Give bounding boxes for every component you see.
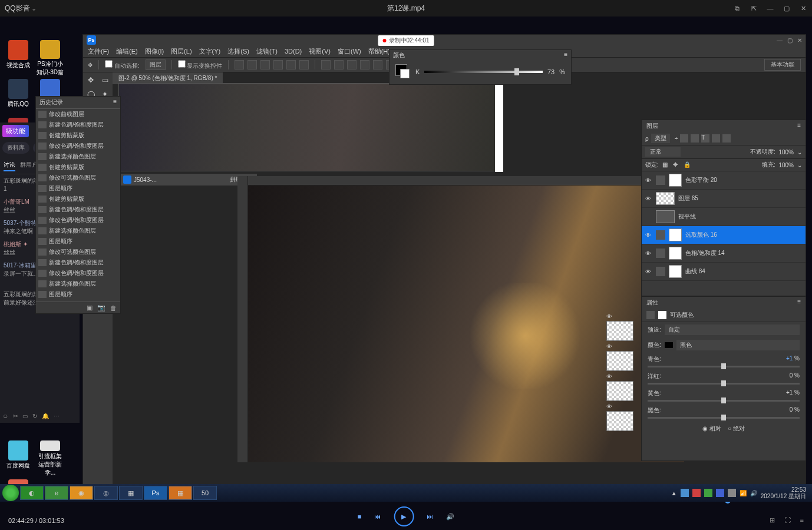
subtitle-button[interactable]: ⊞ bbox=[770, 516, 775, 524]
panel-menu-icon[interactable]: ≡ bbox=[564, 51, 567, 59]
desktop-icon[interactable]: PS冷门小知识-3D篇 bbox=[35, 40, 65, 77]
color-value[interactable]: 73 bbox=[547, 68, 554, 75]
history-item[interactable]: 修改色调/饱和度图层 bbox=[36, 141, 120, 151]
desktop-icon[interactable]: 百度网盘 bbox=[4, 440, 33, 477]
history-item[interactable]: 图层顺序 bbox=[36, 236, 120, 247]
preset-dropdown[interactable]: 自定 bbox=[665, 324, 800, 335]
next-button[interactable]: ⏭ bbox=[427, 513, 433, 520]
lock-position-icon[interactable]: ✥ bbox=[673, 161, 680, 168]
filter-smart-icon[interactable] bbox=[722, 134, 731, 143]
visibility-icon[interactable]: 👁 bbox=[645, 232, 652, 238]
volume-button[interactable]: 🔊 bbox=[446, 513, 454, 521]
taskbar-clock[interactable]: 22:53 2020/1/12 星期日 bbox=[761, 486, 806, 499]
history-item[interactable]: 修改可选颜色图层 bbox=[36, 247, 120, 257]
panel-menu-icon[interactable]: ≡ bbox=[797, 299, 801, 305]
absolute-radio[interactable]: ○ 绝对 bbox=[728, 425, 745, 432]
cut-icon[interactable]: ✂ bbox=[13, 413, 18, 419]
ps-minimize-icon[interactable]: — bbox=[777, 37, 783, 44]
history-item[interactable]: 修改色调/饱和度图层 bbox=[36, 215, 120, 226]
pip-icon[interactable]: ⧉ bbox=[733, 4, 741, 12]
tray-icon[interactable] bbox=[692, 489, 701, 497]
panel-menu-icon[interactable]: ≡ bbox=[113, 98, 117, 107]
panel-menu-icon[interactable]: ≡ bbox=[797, 122, 801, 128]
relative-radio[interactable]: ◉ 相对 bbox=[702, 425, 721, 432]
visibility-icon[interactable]: 👁 bbox=[645, 250, 652, 257]
bell-icon[interactable]: 🔔 bbox=[42, 413, 49, 419]
network-icon[interactable]: 📶 bbox=[740, 490, 747, 496]
more-icon[interactable]: ⋯ bbox=[54, 413, 60, 419]
taskbar-app[interactable]: Ps bbox=[144, 486, 167, 500]
workspace-dropdown[interactable]: 基本功能 bbox=[764, 59, 801, 71]
fullscreen-button[interactable]: ⛶ bbox=[784, 516, 791, 524]
stop-button[interactable]: ■ bbox=[358, 513, 362, 520]
blend-mode-dropdown[interactable]: 正常 bbox=[645, 147, 681, 157]
layer-row[interactable]: 👁曲线 84 bbox=[642, 263, 806, 281]
taskbar-app[interactable]: ▦ bbox=[169, 486, 192, 500]
black-slider[interactable]: 黑色:0 % bbox=[642, 404, 806, 421]
menu-file[interactable]: 文件(F) bbox=[88, 47, 109, 56]
history-item[interactable]: 图层顺序 bbox=[36, 289, 120, 300]
tray-icon[interactable] bbox=[716, 489, 724, 497]
distribute-icon[interactable] bbox=[334, 60, 344, 69]
visibility-icon[interactable]: 👁 bbox=[645, 196, 652, 202]
play-button[interactable]: ▶ bbox=[394, 506, 414, 526]
history-item[interactable]: 修改可选颜色图层 bbox=[36, 173, 120, 183]
filter-adjust-icon[interactable] bbox=[691, 134, 699, 143]
distribute-icon[interactable] bbox=[321, 60, 331, 69]
align-icon[interactable] bbox=[299, 60, 309, 69]
visibility-icon[interactable]: 👁 bbox=[645, 269, 652, 275]
opacity-value[interactable]: 100% bbox=[778, 149, 794, 155]
app-dropdown-icon[interactable]: ⌄ bbox=[31, 5, 37, 12]
history-item[interactable]: 修改色调/饱和度图层 bbox=[36, 268, 120, 279]
history-item[interactable]: 图层顺序 bbox=[36, 183, 120, 194]
snapshot-icon[interactable]: 📷 bbox=[97, 304, 105, 312]
layer-kind-dropdown[interactable]: 类型 bbox=[651, 134, 670, 143]
filter-shape-icon[interactable] bbox=[712, 134, 720, 143]
create-doc-icon[interactable]: ▣ bbox=[87, 304, 93, 312]
taskbar-app[interactable]: e bbox=[45, 486, 68, 500]
history-item[interactable]: 创建剪贴蒙版 bbox=[36, 130, 120, 141]
fill-value[interactable]: 100% bbox=[778, 162, 794, 168]
visibility-icon[interactable]: 👁 bbox=[645, 177, 652, 184]
filter-image-icon[interactable] bbox=[680, 134, 688, 143]
move-tool-icon[interactable]: ✥ bbox=[88, 62, 93, 68]
document-tab-2[interactable]: J5043-...拼版/8) * bbox=[118, 174, 257, 186]
minimize-icon[interactable]: — bbox=[766, 4, 774, 12]
side-thumb[interactable] bbox=[606, 351, 633, 371]
menu-image[interactable]: 图像(I) bbox=[145, 47, 164, 56]
history-item[interactable]: 新建色调/饱和度图层 bbox=[36, 204, 120, 215]
tray-overflow-icon[interactable]: ▲ bbox=[671, 490, 677, 496]
pin-icon[interactable]: ⇱ bbox=[750, 4, 758, 12]
filter-type-icon[interactable]: T bbox=[701, 134, 709, 143]
menu-window[interactable]: 窗口(W) bbox=[338, 47, 361, 56]
maximize-icon[interactable]: ▢ bbox=[783, 4, 791, 12]
show-transform-check[interactable] bbox=[178, 60, 186, 68]
color-dropdown[interactable]: 黑色 bbox=[676, 340, 800, 350]
canvas-image-1[interactable] bbox=[118, 83, 496, 171]
history-item[interactable]: 新建色调/饱和度图层 bbox=[36, 257, 120, 268]
align-icon[interactable] bbox=[235, 60, 244, 69]
cyan-slider[interactable]: 青色:+1 % bbox=[642, 353, 806, 370]
desktop-icon[interactable]: 引流框架 运营部新学... bbox=[35, 440, 65, 477]
taskbar-app[interactable]: ◎ bbox=[94, 486, 118, 500]
volume-icon[interactable]: 🔊 bbox=[750, 490, 757, 496]
history-item[interactable]: 新建选择颜色图层 bbox=[36, 279, 120, 289]
emoji-icon[interactable]: ☺ bbox=[2, 413, 8, 419]
tray-icon[interactable] bbox=[704, 489, 712, 497]
side-thumb[interactable] bbox=[606, 411, 633, 431]
yellow-slider[interactable]: 黄色:+1 % bbox=[642, 387, 806, 404]
ps-close-icon[interactable]: ✕ bbox=[797, 37, 802, 44]
history-item[interactable]: 新建选择颜色图层 bbox=[36, 226, 120, 236]
color-slider[interactable] bbox=[424, 71, 543, 73]
menu-select[interactable]: 选择(S) bbox=[227, 47, 249, 56]
history-item[interactable]: 新建选择颜色图层 bbox=[36, 151, 120, 162]
taskbar-app[interactable]: ◉ bbox=[70, 486, 93, 500]
lock-all-icon[interactable]: 🔒 bbox=[684, 161, 691, 168]
layer-row[interactable]: 👁选取颜色 16 bbox=[642, 226, 806, 244]
layer-row[interactable]: 👁色彩平衡 20 bbox=[642, 171, 806, 190]
marquee-tool[interactable]: ▭ bbox=[98, 74, 111, 87]
tray-icon[interactable] bbox=[681, 489, 689, 497]
screenshot-icon[interactable]: ▭ bbox=[22, 413, 28, 419]
delete-icon[interactable]: 🗑 bbox=[110, 304, 117, 312]
menu-3d[interactable]: 3D(D) bbox=[285, 48, 302, 55]
